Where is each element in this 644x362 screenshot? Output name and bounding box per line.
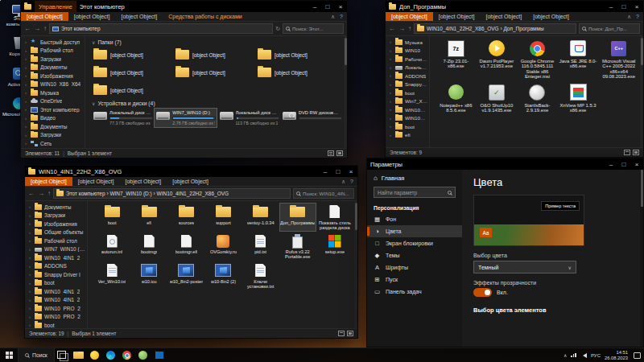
nav-item[interactable]: › Рабочий стол: [21, 47, 85, 56]
nav-item[interactable]: › Загрузки: [25, 212, 87, 220]
close-button[interactable]: ×: [630, 158, 643, 170]
settings-nav-item[interactable]: ▭ Панель задач: [367, 286, 462, 298]
edge-icon[interactable]: [103, 348, 119, 362]
menu-item[interactable]: [object Object]: [120, 177, 167, 186]
file-item[interactable]: w10_8in2-poster: [168, 262, 204, 290]
forward-button[interactable]: →: [34, 25, 40, 32]
scrollbar[interactable]: [640, 36, 643, 147]
nav-item[interactable]: › ADDONS: [386, 72, 429, 80]
file-item[interactable]: efi: [131, 204, 167, 231]
context-tab[interactable]: Управление: [35, 1, 76, 12]
details-view-icon[interactable]: [624, 150, 630, 155]
file-item[interactable]: XnView MP 1.5.3 x86.exe: [559, 84, 598, 113]
settings-nav-item[interactable]: ◆ Темы: [367, 249, 462, 261]
nav-item[interactable]: › Рабочий стол: [25, 237, 87, 245]
back-button[interactable]: ←: [28, 190, 35, 197]
nav-item[interactable]: › WIN10_4IN1_2: [25, 287, 87, 296]
file-item[interactable]: Google Chrome 116.0.5845.111 Stable x86 …: [518, 39, 557, 80]
help-icon[interactable]: ?: [340, 14, 343, 19]
nav-item[interactable]: › ADDONS: [25, 262, 87, 271]
nav-item[interactable]: › Документы: [21, 64, 85, 72]
help-icon[interactable]: ?: [636, 14, 639, 19]
maximize-button[interactable]: □: [321, 1, 334, 12]
details-view-icon[interactable]: [338, 331, 345, 336]
minimize-button[interactable]: –: [605, 158, 617, 170]
large-icons-view-icon[interactable]: [336, 150, 343, 156]
folder-tile[interactable]: [object Object]: [92, 83, 174, 97]
color-mode-dropdown[interactable]: Темный ∨: [473, 261, 576, 274]
task-view-icon[interactable]: [55, 348, 71, 362]
refresh-icon[interactable]: ↻: [275, 26, 280, 32]
tray-expand-icon[interactable]: ∧: [564, 352, 567, 358]
menu-item[interactable]: [object Object]: [433, 12, 481, 21]
titlebar[interactable]: Управление Этот компьютер – □ ×: [21, 1, 347, 12]
file-item[interactable]: Показать стиль раздела диска: [317, 204, 353, 231]
file-item[interactable]: O&O ShutUp10 v1.9.1435.exe: [477, 84, 517, 113]
file-item[interactable]: bootmgr: [131, 233, 167, 261]
nav-item[interactable]: › Win7_X86_X64: [386, 97, 429, 106]
forward-button[interactable]: →: [398, 25, 405, 32]
folder-tile[interactable]: [object Object]: [174, 65, 256, 80]
potplayer-icon[interactable]: [87, 348, 103, 362]
breadcrumb[interactable]: Этот компьютер: [49, 23, 273, 34]
nav-item[interactable]: › Загрузки: [21, 55, 85, 64]
menu-item[interactable]: [object Object]: [25, 177, 72, 186]
scrollbar[interactable]: [640, 170, 643, 347]
nav-item[interactable]: › Изображения: [25, 220, 87, 228]
breadcrumb[interactable]: WIN10_4IN1_22H2_X86_OVG › Доп_Программы: [414, 23, 576, 34]
menu-item[interactable]: [object Object]: [386, 12, 433, 21]
file-item[interactable]: w10.ico: [131, 262, 167, 290]
notepad-plus-plus-icon[interactable]: [135, 348, 151, 362]
menu-item[interactable]: [object Object]: [167, 177, 214, 186]
nav-item[interactable]: › boot: [25, 321, 87, 328]
back-button[interactable]: ←: [24, 25, 31, 32]
nav-item[interactable]: › Музыка: [21, 88, 85, 97]
nav-item[interactable]: › Snappy Driver: [386, 80, 429, 89]
nav-item[interactable]: › boot: [386, 88, 429, 97]
file-item[interactable]: autorun.inf: [94, 233, 130, 261]
menu-item[interactable]: [object Object]: [21, 12, 68, 21]
start-button[interactable]: [0, 348, 18, 362]
nav-item[interactable]: › Этот компьютер: [21, 105, 85, 114]
file-item[interactable]: Ключи установки.txt: [243, 262, 279, 290]
nav-item[interactable]: › WIN10_X86_X64: [21, 80, 85, 89]
nav-item[interactable]: › Видео: [21, 114, 85, 123]
nav-item[interactable]: › WIN10: [386, 47, 429, 56]
file-item[interactable]: Ver_Win10.txt: [94, 262, 130, 290]
nav-item[interactable]: › Snappy Driver I: [25, 270, 87, 279]
file-item[interactable]: bootmgr.efi: [168, 233, 204, 261]
titlebar[interactable]: Доп_Программы – □ ×: [386, 1, 643, 12]
taskbar-search[interactable]: Поиск: [18, 348, 55, 362]
nav-item[interactable]: › WIN10_4IN1_2: [25, 296, 87, 305]
maximize-button[interactable]: □: [617, 1, 630, 12]
file-item[interactable]: Notepad++ x86 8.5.6.exe: [436, 84, 476, 113]
nav-item[interactable]: › boot: [25, 279, 87, 288]
nav-home[interactable]: ⌂ Главная: [367, 172, 462, 183]
file-item[interactable]: sources: [168, 204, 204, 231]
settings-nav-item[interactable]: □ Экран блокировки: [367, 237, 462, 249]
nav-item[interactable]: › Локальный диск: [386, 64, 429, 72]
store-icon[interactable]: [151, 348, 167, 362]
nav-item[interactable]: › Документы: [25, 203, 87, 212]
folder-tile[interactable]: [object Object]: [92, 47, 174, 62]
nav-item[interactable]: › WIN7_WIN10 (D:): [25, 245, 87, 254]
drive-tile[interactable]: Локальный диск (C:) 77,3 ГБ свободно из …: [92, 109, 153, 127]
up-button[interactable]: ↑: [408, 25, 411, 32]
folder-tile[interactable]: [object Object]: [256, 47, 338, 62]
large-icons-view-icon[interactable]: [347, 331, 353, 336]
file-item[interactable]: boot: [94, 204, 130, 231]
collapse-icon[interactable]: ∨: [92, 101, 95, 106]
minimize-button[interactable]: –: [605, 1, 617, 12]
settings-nav-item[interactable]: ◑ Цвета: [367, 225, 462, 237]
nav-item[interactable]: › Быстрый доступ: [21, 38, 85, 47]
close-button[interactable]: ×: [630, 1, 643, 12]
nav-item[interactable]: › OneDrive: [21, 97, 85, 106]
menu-item[interactable]: [object Object]: [116, 12, 163, 21]
minimize-button[interactable]: –: [319, 166, 332, 177]
file-item[interactable]: Daum PotPlayer v1.7.21953.exe: [477, 39, 517, 80]
clock[interactable]: 14:51 26.08.2023: [605, 350, 628, 360]
nav-item[interactable]: › Сеть: [21, 139, 85, 148]
nav-item[interactable]: › Документы: [21, 122, 85, 131]
scrollbar[interactable]: [344, 36, 347, 148]
network-icon[interactable]: [571, 353, 576, 358]
